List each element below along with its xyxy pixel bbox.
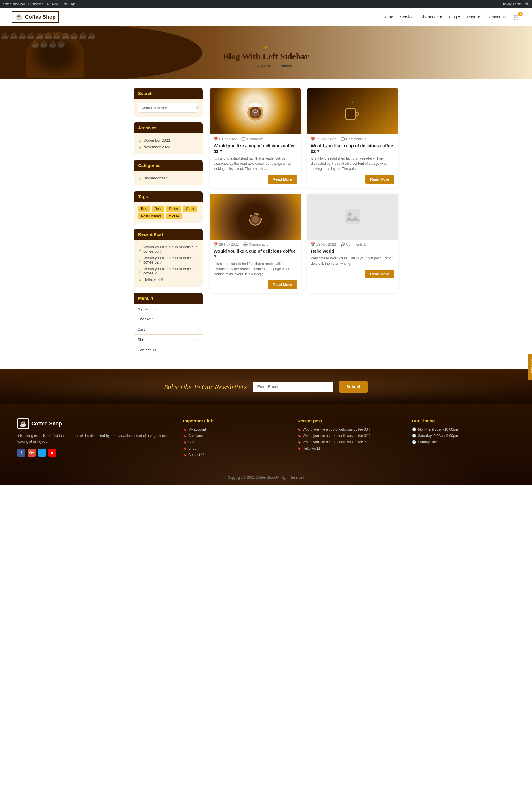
footer-timing-title: Our Timing bbox=[412, 418, 515, 423]
admin-site-link[interactable]: coffee-shop-pro bbox=[3, 2, 25, 6]
recent-post-widget: Recent Post Would you like a cup of deli… bbox=[134, 229, 203, 287]
admin-new[interactable]: New bbox=[52, 2, 58, 6]
nav-contact[interactable]: Contact Us bbox=[487, 15, 506, 19]
recent-post-item[interactable]: Would you like a cup of delicious coffee… bbox=[138, 244, 198, 254]
post-comments: 💬 Comments 0 bbox=[243, 243, 268, 247]
timing-saturday: 🕐 Saturday: 9.00am-9.00pm bbox=[412, 434, 515, 438]
facebook-icon[interactable]: f bbox=[17, 449, 25, 457]
footer-recent-post[interactable]: Would you like a cup of delicious coffee… bbox=[297, 428, 400, 431]
categories-widget: Categories Uncategorized bbox=[134, 160, 203, 186]
logo-text: Coffee Shop bbox=[25, 14, 56, 20]
post-date: 📅 29 Nov 2022 bbox=[311, 137, 336, 141]
calendar-icon: 📅 bbox=[311, 137, 315, 141]
menu-item-cart[interactable]: Cart › bbox=[134, 324, 203, 335]
footer-links-col: Important Link My account Checkout Cart … bbox=[183, 418, 286, 459]
site-logo[interactable]: ☕ Coffee Shop bbox=[12, 11, 59, 23]
logo-icon: ☕ bbox=[15, 13, 23, 21]
admin-search-icon[interactable]: 🔍 bbox=[525, 2, 529, 6]
comment-icon: 💬 bbox=[341, 137, 345, 141]
footer-link-cart[interactable]: Cart bbox=[183, 440, 286, 444]
newsletter-content: Subscribe To Our Newsletters Submit bbox=[12, 381, 520, 393]
categories-list: Uncategorized bbox=[134, 171, 203, 186]
categories-title: Categories bbox=[134, 160, 203, 171]
recent-post-item[interactable]: Would you like a cup of delicious coffee… bbox=[138, 254, 198, 266]
post-image-pour bbox=[307, 88, 398, 134]
read-more-button[interactable]: Read More bbox=[365, 269, 394, 279]
menu-item-contact-us[interactable]: Contact Us › bbox=[134, 345, 203, 355]
post-meta: 📅 29 Nov 2022 💬 Comments 0 bbox=[210, 240, 301, 248]
admin-customize[interactable]: Customize bbox=[28, 2, 43, 6]
footer-recent-title: Recent post bbox=[297, 418, 400, 423]
comment-icon: 💬 bbox=[241, 137, 246, 141]
read-more-button[interactable]: Read More bbox=[365, 175, 394, 184]
tag-best[interactable]: Best bbox=[152, 206, 164, 212]
post-excerpt: It is a long established fact that a rea… bbox=[210, 156, 301, 171]
footer-recent-post[interactable]: Hello world! bbox=[297, 447, 400, 450]
footer-link-checkout[interactable]: Checkout bbox=[183, 434, 286, 438]
footer-link-my-account[interactable]: My account bbox=[183, 428, 286, 431]
recent-post-item[interactable]: Would you like a cup of delicious coffee… bbox=[138, 266, 198, 277]
tag-bad[interactable]: Bad bbox=[138, 206, 150, 212]
archive-item[interactable]: December 2022 bbox=[138, 137, 198, 144]
search-input[interactable] bbox=[138, 103, 193, 112]
banner-diamond: ◆ bbox=[223, 43, 309, 50]
tag-better[interactable]: Better bbox=[166, 206, 181, 212]
blog-grid: 📅 8 Dec 2022 💬 Comments 0 Would you like… bbox=[210, 88, 398, 361]
footer-link-contact[interactable]: Contact Us bbox=[183, 453, 286, 457]
post-title: Would you like a cup of delicious coffee… bbox=[210, 248, 301, 261]
post-date-text: 29 Nov 2022 bbox=[316, 137, 336, 141]
tags-area: Bad Best Better Good Post Formats Worse bbox=[138, 206, 198, 219]
footer-about-text: It is a long established fact that a rea… bbox=[17, 433, 172, 445]
timing-text: Sunday closed bbox=[418, 440, 441, 444]
twitter-icon[interactable]: t bbox=[38, 449, 46, 457]
tag-post-formats[interactable]: Post Formats bbox=[138, 213, 164, 219]
timing-text: Mon-Fri: 9.00am-10.00pm bbox=[418, 428, 458, 431]
clock-icon: 🕐 bbox=[412, 428, 416, 431]
nav-home[interactable]: Home bbox=[382, 15, 393, 19]
googleplus-icon[interactable]: G+ bbox=[27, 449, 36, 457]
page-title: Blog With Left Sidebar bbox=[223, 52, 309, 61]
copyright-text: Copyright © 2022 Coffee Shop All Right R… bbox=[228, 475, 304, 479]
archive-item[interactable]: November 2022 bbox=[138, 144, 198, 150]
newsletter-submit-button[interactable]: Submit bbox=[339, 381, 368, 393]
menu-widget: Menu 4 My account › Checkout › Cart › Sh… bbox=[134, 293, 203, 355]
clock-icon: 🕐 bbox=[412, 434, 416, 438]
cart-badge: 1 bbox=[518, 12, 523, 16]
nav-shortcode[interactable]: Shortcode ▾ bbox=[421, 15, 442, 19]
cart-icon[interactable]: 🛒 1 bbox=[513, 14, 520, 20]
nav-blog[interactable]: Blog ▾ bbox=[449, 15, 460, 19]
search-submit-button[interactable]: 🔍 bbox=[193, 103, 198, 112]
recent-post-item[interactable]: Hello world! bbox=[138, 277, 198, 283]
nav-page[interactable]: Page ▾ bbox=[467, 15, 480, 19]
post-comments: 💬 Comments 0 bbox=[341, 137, 366, 141]
menu-item-my-account[interactable]: My account › bbox=[134, 304, 203, 314]
category-item[interactable]: Uncategorized bbox=[138, 175, 198, 182]
tag-worse[interactable]: Worse bbox=[166, 213, 182, 219]
contact-side-tab[interactable]: Contact Us bbox=[528, 354, 532, 380]
breadcrumb-home[interactable]: Home bbox=[240, 64, 250, 68]
youtube-icon[interactable]: ▶ bbox=[49, 449, 56, 457]
newsletter-title: Subscribe To Our Newsletters bbox=[164, 383, 247, 391]
read-more-button[interactable]: Read More bbox=[268, 175, 297, 184]
post-date-text: 8 Dec 2022 bbox=[219, 137, 236, 141]
admin-comments[interactable]: 4 bbox=[47, 2, 49, 6]
menu-item-checkout[interactable]: Checkout › bbox=[134, 314, 203, 324]
newsletter-email-input[interactable] bbox=[253, 382, 334, 392]
timing-sunday: 🕐 Sunday closed bbox=[412, 440, 515, 444]
post-date-text: 23 Nov 2022 bbox=[316, 243, 336, 247]
clock-icon: 🕐 bbox=[412, 440, 416, 444]
recent-post-title: Recent Post bbox=[134, 229, 203, 240]
tag-good[interactable]: Good bbox=[183, 206, 197, 212]
footer-recent-post[interactable]: Would you like a cup of delicious coffee… bbox=[297, 440, 400, 444]
read-more-button[interactable]: Read More bbox=[268, 280, 297, 289]
admin-edit[interactable]: Edit Page bbox=[62, 2, 76, 6]
nav-service[interactable]: Service bbox=[400, 15, 414, 19]
footer-link-shop[interactable]: Shop bbox=[183, 447, 286, 450]
footer-recent-post[interactable]: Would you like a cup of delicious coffee… bbox=[297, 434, 400, 438]
site-header: ☕ Coffee Shop Home Service Shortcode ▾ B… bbox=[0, 8, 532, 26]
svg-point-14 bbox=[348, 212, 352, 216]
footer-links-title: Important Link bbox=[183, 418, 286, 423]
comment-icon: 💬 bbox=[243, 243, 248, 247]
post-image-latte bbox=[210, 88, 301, 134]
menu-item-shop[interactable]: Shop › bbox=[134, 335, 203, 345]
